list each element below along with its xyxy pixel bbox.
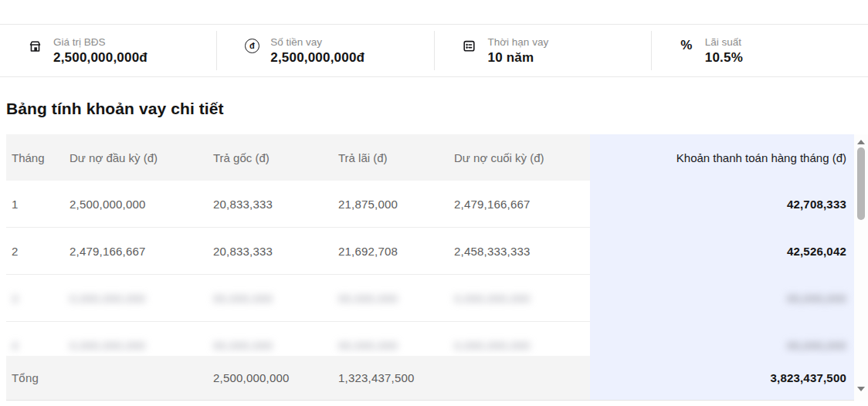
opening-balance-redacted: 0,000,000,000 xyxy=(70,292,146,305)
amortization-table-area: Tháng Dư nợ đầu kỳ (đ) Trả gốc (đ) Trả l… xyxy=(6,134,868,401)
scrollbar-up-arrow-icon[interactable] xyxy=(857,140,865,144)
closing-balance-value: 2,479,166,667 xyxy=(454,198,531,211)
principal-value: 20,833,333 xyxy=(213,198,273,211)
opening-balance-redacted: 0,000,000,000 xyxy=(70,339,146,352)
summary-item-interest-rate: % Lãi suất 10.5% xyxy=(652,25,868,76)
monthly-payment-redacted: 00,000,000 xyxy=(787,292,846,305)
table-row: 1 2,500,000,000 20,833,333 21,875,000 2,… xyxy=(6,181,854,228)
summary-value: 2,500,000,000đ xyxy=(270,50,364,66)
col-header-monthly-payment: Khoản thanh toán hàng tháng (đ) xyxy=(590,134,854,181)
opening-balance-value: 2,500,000,000 xyxy=(70,198,146,211)
summary-label: Số tiền vay xyxy=(270,36,364,48)
total-monthly-payment: 3,823,437,500 xyxy=(770,371,846,384)
closing-balance-redacted: 0,000,000,000 xyxy=(454,292,531,305)
closing-balance-redacted: 0,000,000,000 xyxy=(454,339,531,352)
principal-redacted: 00,000,000 xyxy=(213,292,273,305)
interest-value: 21,692,708 xyxy=(338,245,398,258)
month-value-redacted: 4 xyxy=(12,339,19,352)
total-label: Tổng xyxy=(12,371,39,384)
interest-redacted: 00,000,000 xyxy=(338,339,398,352)
col-header-month: Tháng xyxy=(6,134,70,181)
summary-value: 10.5% xyxy=(705,50,743,66)
summary-item-loan-term: Thời hạn vay 10 năm xyxy=(435,25,651,76)
building-icon xyxy=(26,37,43,54)
closing-balance-value: 2,458,333,333 xyxy=(454,245,531,258)
monthly-payment-value: 42,526,042 xyxy=(787,245,846,258)
summary-value: 10 năm xyxy=(488,50,549,66)
col-header-interest: Trả lãi (đ) xyxy=(338,134,454,181)
summary-label: Lãi suất xyxy=(705,36,743,48)
percent-icon: % xyxy=(678,37,695,54)
table-total-row: Tổng 2,500,000,000 1,323,437,500 3,823,4… xyxy=(6,356,854,401)
total-interest: 1,323,437,500 xyxy=(338,371,415,384)
month-value: 2 xyxy=(12,245,19,258)
total-principal: 2,500,000,000 xyxy=(213,371,290,384)
summary-value: 2,500,000,000đ xyxy=(53,50,147,66)
table-row-blurred: 4 0,000,000,000 00,000,000 00,000,000 0,… xyxy=(6,322,854,356)
amortization-table: Tháng Dư nợ đầu kỳ (đ) Trả gốc (đ) Trả l… xyxy=(6,134,854,401)
top-bar xyxy=(0,0,868,25)
monthly-payment-value: 42,708,333 xyxy=(787,198,846,211)
table-row-blurred: 3 0,000,000,000 00,000,000 00,000,000 0,… xyxy=(6,275,854,322)
summary-label: Thời hạn vay xyxy=(488,36,549,48)
scrollbar-thumb[interactable] xyxy=(857,147,865,220)
loan-summary-bar: Giá trị BĐS 2,500,000,000đ đ Số tiền vay… xyxy=(0,25,868,77)
month-value: 1 xyxy=(12,198,19,211)
schedule-icon xyxy=(461,37,478,54)
summary-item-loan-amount: đ Số tiền vay 2,500,000,000đ xyxy=(217,25,433,76)
summary-item-property-value: Giá trị BĐS 2,500,000,000đ xyxy=(0,25,216,76)
principal-redacted: 00,000,000 xyxy=(213,339,273,352)
col-header-closing-balance: Dư nợ cuối kỳ (đ) xyxy=(454,134,590,181)
principal-value: 20,833,333 xyxy=(213,245,273,258)
scrollbar-down-arrow-icon[interactable] xyxy=(857,387,865,391)
vertical-scrollbar[interactable] xyxy=(854,134,868,401)
table-header-row: Tháng Dư nợ đầu kỳ (đ) Trả gốc (đ) Trả l… xyxy=(6,134,854,181)
col-header-opening-balance: Dư nợ đầu kỳ (đ) xyxy=(70,134,213,181)
interest-value: 21,875,000 xyxy=(338,198,398,211)
opening-balance-value: 2,479,166,667 xyxy=(70,245,146,258)
interest-redacted: 00,000,000 xyxy=(338,292,398,305)
page-title: Bảng tính khoản vay chi tiết xyxy=(6,100,868,118)
dong-circle-icon: đ xyxy=(243,37,260,54)
monthly-payment-redacted: 00,000,000 xyxy=(787,339,846,352)
month-value-redacted: 3 xyxy=(12,292,19,305)
table-body: 1 2,500,000,000 20,833,333 21,875,000 2,… xyxy=(6,181,854,356)
summary-label: Giá trị BĐS xyxy=(53,36,147,48)
col-header-principal: Trả gốc (đ) xyxy=(213,134,338,181)
table-row: 2 2,479,166,667 20,833,333 21,692,708 2,… xyxy=(6,228,854,275)
